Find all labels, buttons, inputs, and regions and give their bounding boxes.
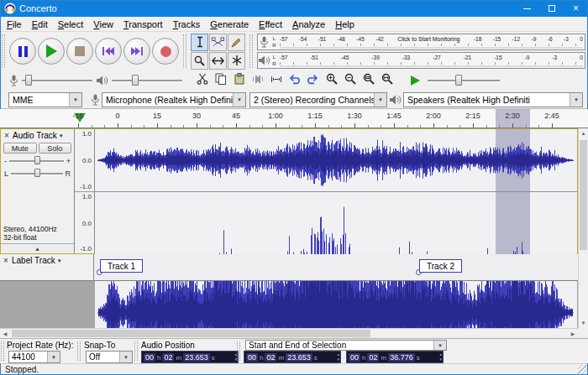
position-grip[interactable] xyxy=(134,341,138,361)
pan-slider[interactable] xyxy=(11,168,62,179)
menu-file[interactable]: File xyxy=(2,18,27,30)
zoom-out-button[interactable] xyxy=(341,72,359,90)
record-button[interactable] xyxy=(152,38,179,65)
menu-view[interactable]: View xyxy=(88,18,118,30)
minimize-button[interactable] xyxy=(515,0,539,17)
play-speed-slider[interactable] xyxy=(428,74,500,87)
monitoring-hint[interactable]: Click to Start Monitoring xyxy=(395,35,462,43)
horizontal-scrollbar[interactable]: ◀ ▶ xyxy=(0,328,578,338)
playback-device-combobox[interactable]: Speakers (Realtek High Definiti▼ xyxy=(403,92,583,107)
paste-button[interactable] xyxy=(230,72,248,90)
gain-slider[interactable] xyxy=(9,155,64,166)
undo-button[interactable] xyxy=(286,72,303,90)
vertical-scrollbar-thumb[interactable] xyxy=(580,140,587,250)
menu-generate[interactable]: Generate xyxy=(205,18,254,30)
selection-tool-button[interactable] xyxy=(191,34,208,51)
zoom-in-button[interactable] xyxy=(323,72,340,90)
scroll-right-arrow-icon[interactable]: ▶ xyxy=(568,329,578,338)
spinner-arrows-icon[interactable]: ▴▾ xyxy=(335,352,339,362)
selection-start-value[interactable]: 00h02m23.653s xyxy=(245,353,318,362)
title-bar[interactable]: Concerto × xyxy=(0,0,588,17)
recording-meter[interactable]: LR -57-54-51-48-45-42Click to Start Moni… xyxy=(257,34,585,50)
zoom-tool-button[interactable] xyxy=(191,52,208,70)
zoom-selection-button[interactable] xyxy=(360,72,377,90)
play-speed-slider-thumb[interactable] xyxy=(455,75,462,86)
timeline-ruler[interactable]: -1501530451:001:151:301:452:002:152:302:… xyxy=(0,109,588,128)
recording-channels-combobox[interactable]: 2 (Stereo) Recording Channels▼ xyxy=(249,92,387,107)
menu-analyze[interactable]: Analyze xyxy=(287,18,330,30)
snap-grip[interactable] xyxy=(77,341,81,361)
menu-select[interactable]: Select xyxy=(53,18,89,30)
vertical-scrollbar[interactable]: ▲ ▼ xyxy=(578,128,588,328)
audio-track-title[interactable]: Audio Track xyxy=(13,131,57,140)
scroll-left-arrow-icon[interactable]: ◀ xyxy=(0,329,10,338)
menu-help[interactable]: Help xyxy=(330,18,360,30)
recording-meter-body[interactable]: -57-54-51-48-45-42Click to Start Monitor… xyxy=(278,34,585,49)
multi-tool-button[interactable] xyxy=(228,52,245,70)
label-track-title[interactable]: Label Track xyxy=(12,256,55,265)
vertical-scale-right-channel[interactable]: 1.00.0-1.0 xyxy=(75,192,94,253)
envelope-tool-button[interactable] xyxy=(209,34,227,51)
mute-button[interactable]: Mute xyxy=(3,143,37,154)
audio-host-combobox[interactable]: MME▼ xyxy=(8,92,82,107)
project-rate-combobox[interactable]: 44100▼ xyxy=(8,351,60,363)
redo-button[interactable] xyxy=(304,72,322,90)
spinner-arrows-icon[interactable]: ▴▾ xyxy=(438,352,442,362)
waveform-left-channel[interactable] xyxy=(95,129,577,192)
stop-button[interactable] xyxy=(66,38,93,65)
silence-audio-button[interactable] xyxy=(267,72,285,90)
recording-volume-slider-thumb[interactable] xyxy=(25,75,32,86)
tools-toolbar-grip[interactable] xyxy=(183,34,186,68)
snap-to-combobox[interactable]: Off▼ xyxy=(86,351,133,363)
horizontal-scrollbar-thumb[interactable] xyxy=(12,330,370,337)
selection-toolbar-grip[interactable] xyxy=(1,341,4,361)
solo-button[interactable]: Solo xyxy=(39,143,72,154)
meter-toolbar-grip[interactable] xyxy=(249,34,253,68)
menu-tracks[interactable]: Tracks xyxy=(168,18,206,30)
close-button[interactable]: × xyxy=(564,0,588,17)
selection-mode-combobox[interactable]: Start and End of Selection▼ xyxy=(245,340,447,351)
label-text[interactable]: Track 2 xyxy=(419,259,462,273)
transport-toolbar-grip[interactable] xyxy=(2,34,5,68)
selection-start-timebox[interactable]: 00h02m23.653s ▴▾ xyxy=(244,351,341,363)
playback-meter[interactable]: LR -57-51-45-39-33-27-21-15-9-30 xyxy=(257,52,585,69)
scroll-down-arrow-icon[interactable]: ▼ xyxy=(579,318,588,328)
menu-transport[interactable]: Transport xyxy=(118,18,168,30)
draw-tool-button[interactable] xyxy=(228,34,245,51)
zoom-fit-button[interactable] xyxy=(378,72,396,90)
recording-volume-slider[interactable] xyxy=(22,74,92,87)
recording-device-combobox[interactable]: Microphone (Realtek High Defini▼ xyxy=(102,92,246,107)
audio-track-close-button[interactable]: × xyxy=(2,131,12,141)
playback-meter-body[interactable]: -57-51-45-39-33-27-21-15-9-30 xyxy=(278,53,585,68)
play-button[interactable] xyxy=(38,38,65,65)
selection-grip[interactable] xyxy=(237,341,240,361)
scroll-up-arrow-icon[interactable]: ▲ xyxy=(579,128,588,138)
resize-grip[interactable] xyxy=(578,365,588,375)
playback-volume-slider[interactable] xyxy=(112,74,182,87)
play-at-speed-button[interactable] xyxy=(407,72,424,90)
maximize-button[interactable] xyxy=(539,0,564,17)
selection-end-value[interactable]: 00h02m36.776s xyxy=(348,353,421,362)
audio-position-value[interactable]: 00h02m23.653s xyxy=(143,353,216,362)
label-track-content[interactable]: Track 1Track 2 xyxy=(94,254,578,280)
label-text[interactable]: Track 1 xyxy=(100,259,143,273)
copy-button[interactable] xyxy=(212,72,229,90)
pause-button[interactable] xyxy=(9,38,36,65)
playback-volume-slider-thumb[interactable] xyxy=(132,75,139,86)
label-track-menu-arrow-icon[interactable]: ▼ xyxy=(57,258,62,263)
cut-button[interactable] xyxy=(193,72,211,90)
trim-audio-button[interactable] xyxy=(249,72,266,90)
skip-to-start-button[interactable] xyxy=(95,38,122,65)
menu-edit[interactable]: Edit xyxy=(27,18,53,30)
collapse-track-button[interactable]: ▲ xyxy=(1,243,74,253)
audio-position-timebox[interactable]: 00h02m23.653s ▴▾ xyxy=(141,351,239,363)
vertical-scale-left-channel[interactable]: 1.00.0-1.0 xyxy=(75,129,94,192)
pan-slider-thumb[interactable] xyxy=(34,169,40,177)
menu-effect[interactable]: Effect xyxy=(254,18,287,30)
label-track-close-button[interactable]: × xyxy=(1,256,11,266)
timeshift-tool-button[interactable] xyxy=(209,52,227,70)
audio-track-menu-arrow-icon[interactable]: ▼ xyxy=(59,133,64,138)
gain-slider-thumb[interactable] xyxy=(34,156,40,164)
skip-to-end-button[interactable] xyxy=(123,38,150,65)
selection-end-timebox[interactable]: 00h02m36.776s ▴▾ xyxy=(346,351,444,363)
